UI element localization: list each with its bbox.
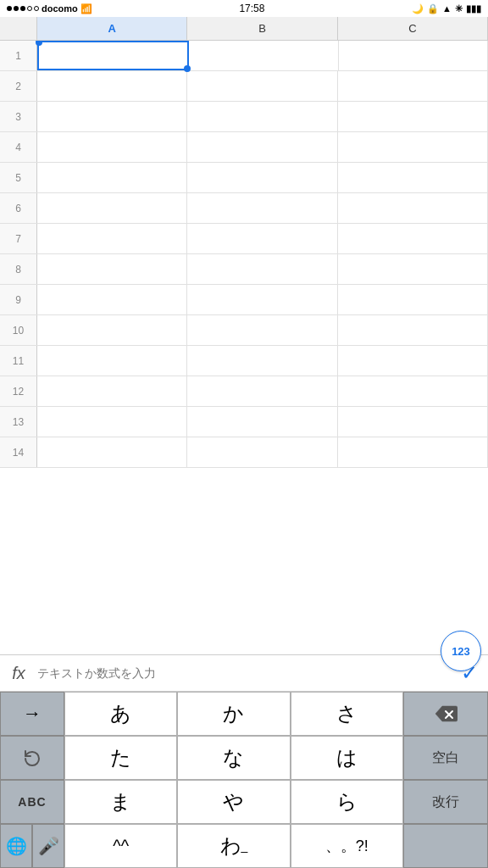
row-num-7: 7 <box>0 224 37 253</box>
cell-C7[interactable] <box>338 224 488 253</box>
cell-C2[interactable] <box>338 71 488 101</box>
kana-row-1: あ か さ <box>64 692 403 736</box>
signal-dots <box>7 6 39 11</box>
selection-handle-tl <box>36 41 42 46</box>
cell-A11[interactable] <box>37 346 187 376</box>
cell-A10[interactable] <box>37 315 187 345</box>
key-punct[interactable]: 、。?! <box>291 824 403 868</box>
cell-C6[interactable] <box>338 193 488 223</box>
cell-B8[interactable] <box>187 254 337 284</box>
cell-A7[interactable] <box>37 224 187 253</box>
cell-B11[interactable] <box>187 346 337 376</box>
table-row: 12 <box>0 376 488 407</box>
grid: 1 2 3 4 5 <box>0 41 488 468</box>
key-sa[interactable]: さ <box>291 692 403 736</box>
mic-key[interactable]: 🎤 <box>32 824 64 868</box>
abc-key[interactable]: ABC <box>0 780 64 824</box>
col-header-B[interactable]: B <box>187 17 337 40</box>
undo-key[interactable] <box>0 736 64 780</box>
formula-bar: fx ✓ <box>0 654 488 692</box>
cell-C4[interactable] <box>338 132 488 162</box>
moon-icon: 🌙 <box>412 3 424 14</box>
key-ya[interactable]: や <box>177 780 290 824</box>
key-a[interactable]: あ <box>64 692 177 736</box>
row-num-2: 2 <box>0 71 37 101</box>
numpad-toggle-button[interactable]: 123 <box>441 631 481 671</box>
key-ta[interactable]: た <box>64 736 177 780</box>
kana-row-3: ま や ら <box>64 780 403 824</box>
row-num-14: 14 <box>0 437 37 467</box>
cell-C14[interactable] <box>338 437 488 467</box>
keyboard-row-2: た な は 空白 <box>0 736 488 780</box>
cell-C3[interactable] <box>338 102 488 131</box>
cell-C1[interactable] <box>339 41 488 70</box>
cell-C8[interactable] <box>338 254 488 284</box>
dot-1 <box>7 6 12 11</box>
keyboard-row-4: 🌐 🎤 ^^ わ_ 、。?! <box>0 824 488 868</box>
table-row: 6 <box>0 193 488 224</box>
key-ha[interactable]: は <box>291 736 403 780</box>
cell-A8[interactable] <box>37 254 187 284</box>
row-num-4: 4 <box>0 132 37 162</box>
cell-B14[interactable] <box>187 437 337 467</box>
row-num-6: 6 <box>0 193 37 223</box>
cell-C11[interactable] <box>338 346 488 376</box>
key-ma[interactable]: ま <box>64 780 177 824</box>
key-wa[interactable]: わ_ <box>177 824 290 868</box>
col-header-A[interactable]: A <box>37 17 187 40</box>
cell-C10[interactable] <box>338 315 488 345</box>
cell-A4[interactable] <box>37 132 187 162</box>
formula-input[interactable] <box>37 659 451 687</box>
table-row: 2 <box>0 71 488 102</box>
location-icon: ▲ <box>442 3 452 14</box>
cell-B4[interactable] <box>187 132 337 162</box>
table-row: 11 <box>0 346 488 376</box>
cell-B7[interactable] <box>187 224 337 253</box>
key-ra[interactable]: ら <box>291 780 403 824</box>
key-small[interactable]: ^^ <box>64 824 177 868</box>
cell-B9[interactable] <box>187 285 337 314</box>
row-num-12: 12 <box>0 376 37 406</box>
space-key[interactable]: 空白 <box>403 736 488 780</box>
cell-C12[interactable] <box>338 376 488 406</box>
return-key[interactable]: 改行 <box>403 780 488 824</box>
cell-A9[interactable] <box>37 285 187 314</box>
key-ka[interactable]: か <box>177 692 290 736</box>
cell-A12[interactable] <box>37 376 187 406</box>
cell-C5[interactable] <box>338 163 488 192</box>
cell-C9[interactable] <box>338 285 488 314</box>
delete-key[interactable] <box>403 692 488 736</box>
cell-A13[interactable] <box>37 407 187 437</box>
table-row: 14 <box>0 437 488 468</box>
table-row: 9 <box>0 285 488 315</box>
status-right: 🌙 🔒 ▲ ✳ ▮▮▮ <box>412 3 481 14</box>
keyboard-row-3: ABC ま や ら 改行 <box>0 780 488 824</box>
table-row: 8 <box>0 254 488 285</box>
cell-B13[interactable] <box>187 407 337 437</box>
globe-key[interactable]: 🌐 <box>0 824 32 868</box>
arrow-right-key[interactable]: → <box>0 692 64 736</box>
cell-B2[interactable] <box>187 71 337 101</box>
cell-A3[interactable] <box>37 102 187 131</box>
cell-B6[interactable] <box>187 193 337 223</box>
col-header-C[interactable]: C <box>338 17 488 40</box>
cell-C13[interactable] <box>338 407 488 437</box>
key-na[interactable]: な <box>177 736 290 780</box>
table-row: 4 <box>0 132 488 163</box>
cell-B1[interactable] <box>189 41 338 70</box>
row-num-10: 10 <box>0 315 37 345</box>
cell-B3[interactable] <box>187 102 337 131</box>
row-num-13: 13 <box>0 407 37 437</box>
cell-A1[interactable] <box>37 41 189 70</box>
cell-A2[interactable] <box>37 71 187 101</box>
cell-B12[interactable] <box>187 376 337 406</box>
cell-A6[interactable] <box>37 193 187 223</box>
kana-row-2: た な は <box>64 736 403 780</box>
table-row: 5 <box>0 163 488 193</box>
row-num-1: 1 <box>0 41 37 70</box>
cell-B10[interactable] <box>187 315 337 345</box>
cell-A5[interactable] <box>37 163 187 192</box>
cell-A14[interactable] <box>37 437 187 467</box>
cell-B5[interactable] <box>187 163 337 192</box>
dot-3 <box>20 6 25 11</box>
